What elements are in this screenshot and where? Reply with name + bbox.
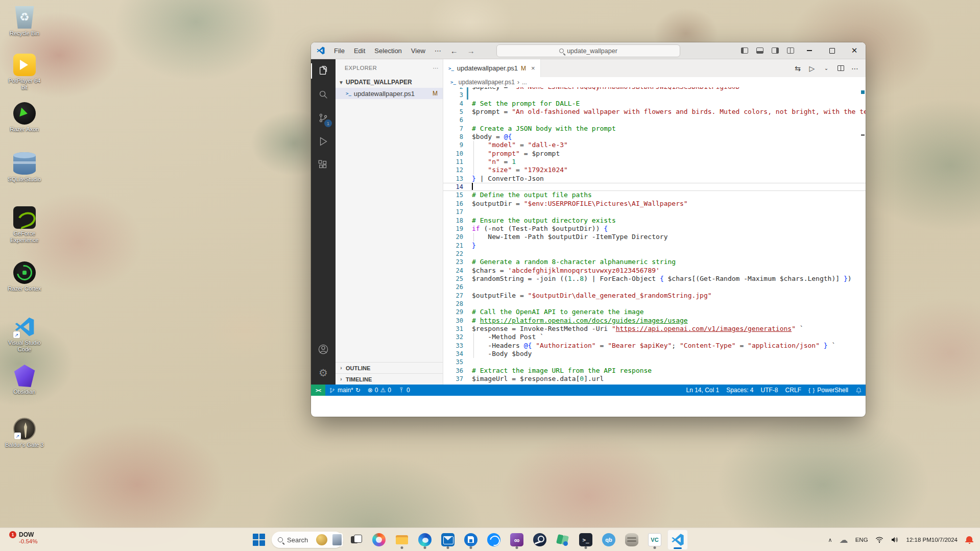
timeline-section[interactable]: › TIMELINE bbox=[336, 373, 443, 385]
branch-status[interactable]: main* ↻ bbox=[325, 385, 364, 396]
menu-file[interactable]: File bbox=[329, 42, 349, 59]
code-line-14[interactable]: 14 bbox=[443, 183, 866, 191]
window-minimize-button[interactable] bbox=[798, 42, 821, 59]
outline-section[interactable]: › OUTLINE bbox=[336, 362, 443, 373]
run-dropdown-icon[interactable]: ⌄ bbox=[820, 62, 833, 75]
notification-bell-icon[interactable] bbox=[963, 530, 976, 550]
activitybar-explorer-icon[interactable] bbox=[311, 59, 336, 83]
widgets-button[interactable]: 1 DOW -0.54% bbox=[5, 530, 41, 545]
code-line-25[interactable]: 25$randomString = -join ((1..8) | ForEac… bbox=[443, 275, 866, 283]
tab-close-icon[interactable]: × bbox=[531, 64, 535, 72]
code-line-38[interactable]: 38 bbox=[443, 383, 866, 385]
command-center-search[interactable]: update_wallpaper bbox=[496, 44, 680, 57]
language-mode-status[interactable]: { } PowerShell bbox=[805, 385, 852, 396]
code-line-2[interactable]: 2$apiKey = "sk-None-EJNhLeFYuQuQyM7hbumo… bbox=[443, 87, 866, 91]
code-line-15[interactable]: 15# Define the output file paths bbox=[443, 191, 866, 199]
desktop-icon-obsidian[interactable]: Obsidian bbox=[5, 365, 44, 395]
explorer-more-actions-icon[interactable]: ⋯ bbox=[433, 65, 439, 71]
terminal-button[interactable]: >_ bbox=[576, 530, 596, 550]
code-line-36[interactable]: 36# Extract the image URL from the API r… bbox=[443, 367, 866, 375]
menu-view[interactable]: View bbox=[407, 42, 430, 59]
stone-app-button[interactable] bbox=[622, 530, 642, 550]
code-line-21[interactable]: 21} bbox=[443, 242, 866, 250]
code-line-11[interactable]: 11 "n" = 1 bbox=[443, 158, 866, 166]
task-view-button[interactable] bbox=[346, 530, 366, 550]
tab-updatewallpaper[interactable]: >_ updatewallpaper.ps1 M × bbox=[443, 59, 541, 77]
desktop-icon-baldurs-gate-3[interactable]: ↗Baldur's Gate 3 bbox=[5, 418, 44, 448]
code-line-24[interactable]: 24$chars = 'abcdefghijklmnopqrstuvwxyz01… bbox=[443, 267, 866, 275]
problems-status[interactable]: ⊗ 0 ⚠ 0 bbox=[364, 385, 395, 396]
code-line-31[interactable]: 31$response = Invoke-RestMethod -Uri "ht… bbox=[443, 325, 866, 333]
code-line-4[interactable]: 4# Set the prompt for DALL-E bbox=[443, 100, 866, 108]
code-line-3[interactable]: 3 bbox=[443, 91, 866, 99]
code-line-22[interactable]: 22 bbox=[443, 250, 866, 258]
visual-studio-button[interactable]: ∞ bbox=[507, 530, 527, 550]
code-line-34[interactable]: 34 -Body $body bbox=[443, 350, 866, 358]
start-button[interactable] bbox=[249, 530, 269, 550]
editor-more-actions-icon[interactable]: ⋯ bbox=[848, 62, 862, 75]
code-line-18[interactable]: 18# Ensure the output directory exists bbox=[443, 217, 866, 225]
code-line-28[interactable]: 28 bbox=[443, 300, 866, 308]
desktop-icon-sqlitestudio[interactable]: SQLiteStudio bbox=[5, 152, 44, 183]
file-row-updatewallpaper[interactable]: >_ updatewallpaper.ps1 M bbox=[336, 88, 443, 99]
code-line-19[interactable]: 19if (-not (Test-Path $outputDir)) { bbox=[443, 225, 866, 233]
split-editor-icon[interactable] bbox=[834, 62, 847, 75]
desktop-icon-geforce-experience[interactable]: GeForce Experience bbox=[5, 206, 44, 244]
open-changes-icon[interactable]: ⇆ bbox=[791, 62, 804, 75]
code-line-30[interactable]: 30# https://platform.openai.com/docs/gui… bbox=[443, 317, 866, 325]
language-indicator[interactable]: ENG bbox=[853, 530, 871, 550]
code-line-13[interactable]: 13} | ConvertTo-Json bbox=[443, 175, 866, 183]
code-line-26[interactable]: 26 bbox=[443, 283, 866, 291]
code-line-33[interactable]: 33 -Headers @{ "Authorization" = "Bearer… bbox=[443, 342, 866, 350]
desktop-icon-visual-studio-code[interactable]: ↗Visual Studio Code bbox=[5, 316, 44, 353]
onedrive-icon[interactable]: ☁ bbox=[837, 530, 851, 550]
nav-forward-icon[interactable]: → bbox=[463, 46, 480, 55]
code-line-35[interactable]: 35 bbox=[443, 358, 866, 366]
desktop-icon-potplayer[interactable]: PotPlayer 64 bit bbox=[5, 54, 44, 91]
activitybar-settings-gear-icon[interactable]: ⚙ bbox=[311, 361, 336, 385]
copilot-button[interactable] bbox=[369, 530, 389, 550]
outlook-button[interactable] bbox=[438, 530, 458, 550]
tray-chevron-icon[interactable]: ∧ bbox=[826, 530, 835, 550]
desktop-icon-recycle-bin[interactable]: Recycle Bin bbox=[5, 6, 44, 37]
code-line-10[interactable]: 10 "prompt" = $prompt bbox=[443, 150, 866, 158]
remote-indicator[interactable]: >< bbox=[311, 385, 325, 396]
toggle-secondary-sidebar-icon[interactable] bbox=[768, 42, 783, 59]
activitybar-run-debug-icon[interactable] bbox=[311, 130, 336, 153]
edge-button[interactable] bbox=[415, 530, 435, 550]
menu-selection[interactable]: Selection bbox=[370, 42, 406, 59]
code-line-20[interactable]: 20 New-Item -Path $outputDir -ItemType D… bbox=[443, 233, 866, 241]
activitybar-account-icon[interactable] bbox=[311, 338, 336, 361]
toggle-primary-sidebar-icon[interactable] bbox=[737, 42, 752, 59]
code-line-27[interactable]: 27$outputFile = "$outputDir\dalle_genera… bbox=[443, 292, 866, 300]
run-script-icon[interactable]: ▷ bbox=[805, 62, 819, 75]
code-line-37[interactable]: 37$imageUrl = $response.data[0].url bbox=[443, 375, 866, 383]
folder-row[interactable]: ▼ UPDATE_WALLPAPER bbox=[336, 77, 443, 88]
vscode-button[interactable] bbox=[667, 530, 688, 550]
battle-net-button[interactable] bbox=[484, 530, 504, 550]
veracrypt-button[interactable]: VC bbox=[644, 530, 665, 550]
code-line-12[interactable]: 12 "size" = "1792x1024" bbox=[443, 166, 866, 174]
menu-edit[interactable]: Edit bbox=[349, 42, 370, 59]
notifications-bell-icon[interactable] bbox=[852, 385, 866, 396]
wifi-icon[interactable] bbox=[873, 530, 886, 550]
activitybar-search-icon[interactable] bbox=[311, 83, 336, 106]
ports-status[interactable]: 0 bbox=[395, 385, 414, 396]
code-editor[interactable]: 2$apiKey = "sk-None-EJNhLeFYuQuQyM7hbumo… bbox=[443, 87, 866, 385]
desktop-icon-razer-cortex[interactable]: Razer Cortex bbox=[5, 261, 44, 292]
encoding-status[interactable]: UTF-8 bbox=[757, 385, 782, 396]
nav-back-icon[interactable]: ← bbox=[446, 46, 463, 55]
eol-status[interactable]: CRLF bbox=[782, 385, 805, 396]
playnite-button[interactable] bbox=[553, 530, 573, 550]
desktop-icon-razer-axon[interactable]: Razer Axon bbox=[5, 102, 44, 133]
editor-scrollbar[interactable] bbox=[859, 87, 866, 385]
qbittorrent-button[interactable]: qb bbox=[599, 530, 619, 550]
toggle-panel-icon[interactable] bbox=[752, 42, 768, 59]
code-line-6[interactable]: 6 bbox=[443, 116, 866, 124]
code-line-29[interactable]: 29# Call the OpenAI API to generate the … bbox=[443, 308, 866, 316]
code-line-5[interactable]: 5$prompt = "An old-fashioned wallpaper w… bbox=[443, 108, 866, 116]
activitybar-source-control-icon[interactable]: 1 bbox=[311, 106, 336, 130]
menu-more-icon[interactable]: ⋯ bbox=[430, 47, 446, 55]
activitybar-extensions-icon[interactable] bbox=[311, 153, 336, 177]
code-line-32[interactable]: 32 -Method Post ` bbox=[443, 333, 866, 341]
